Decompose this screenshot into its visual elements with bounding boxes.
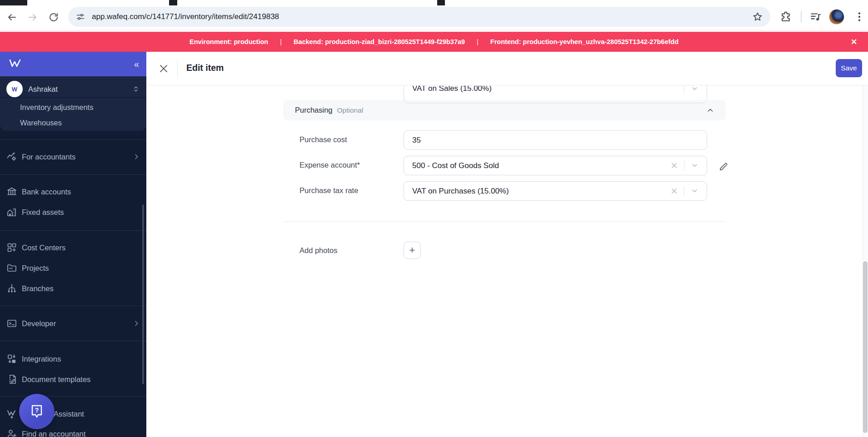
sidebar-item-document-templates[interactable]: Document templates (0, 369, 146, 389)
banner-backend-text: Backend: production-ziad_bizri-280525T14… (294, 38, 465, 45)
bank-icon (6, 186, 17, 197)
sidebar-item-label: Cost Centers (22, 243, 65, 252)
clear-icon[interactable] (670, 187, 678, 195)
sidebar-item-label: For accountants (22, 153, 75, 161)
site-settings-icon[interactable] (75, 12, 85, 22)
sidebar-item-projects[interactable]: Projects (0, 258, 146, 278)
control-separator (684, 86, 684, 94)
expense-account-value: 500 - Cost of Goods Sold (412, 161, 499, 170)
sidebar-divider (0, 396, 146, 397)
tab-strip-fragment (437, 0, 445, 5)
sidebar-item-label: Developer (22, 319, 56, 328)
purchase-cost-label: Purchase cost (299, 135, 347, 144)
banner-environment-text: Environment: production (190, 38, 268, 45)
sidebar-item-cost-centers[interactable]: Cost Centers (0, 238, 146, 258)
user-name: Ashrakat (28, 85, 58, 94)
banner-frontend-text: Frontend: production-yevhen_uzhva-280525… (490, 38, 678, 45)
edit-item-panel: VAT on Sales (15.00%) Edit item Save Pur… (146, 52, 868, 437)
account-switch-chevrons-icon[interactable] (132, 85, 140, 93)
purchase-cost-input[interactable]: 35 (404, 130, 707, 150)
toolbar-divider (0, 30, 868, 30)
document-pencil-icon (6, 374, 17, 385)
sidebar-scrollbar[interactable] (142, 204, 144, 384)
app-window: app.wafeq.com/c/141771/inventory/items/e… (0, 0, 868, 437)
sidebar-item-find-an-accountant[interactable]: Find an accountant (0, 424, 146, 437)
tab-strip-fragment (0, 0, 27, 5)
page-scrollbar-track (863, 52, 868, 437)
sidebar-divider (0, 139, 146, 140)
sidebar-item-label: Fixed assets (22, 208, 64, 217)
chart-gear-icon (6, 151, 17, 162)
integrations-swap-icon (6, 353, 17, 364)
sales-tax-rate-select[interactable]: VAT on Sales (15.00%) (404, 86, 707, 103)
sidebar-item-bank-accounts[interactable]: Bank accounts (0, 182, 146, 202)
sidebar-item-branches[interactable]: Branches (0, 278, 146, 298)
control-separator (684, 161, 684, 171)
sidebar-item-label: Integrations (22, 355, 61, 363)
chevron-down-icon[interactable] (690, 162, 698, 170)
sales-tax-rate-value: VAT on Sales (15.00%) (412, 86, 492, 93)
assistant-floating-button[interactable]: ? (19, 394, 55, 429)
purchase-tax-rate-select[interactable]: VAT on Purchases (15.00%) (404, 181, 707, 201)
address-bar[interactable]: app.wafeq.com/c/141771/inventory/items/e… (68, 7, 770, 27)
chevron-right-icon (133, 153, 140, 160)
back-icon[interactable] (6, 12, 17, 23)
bookmark-star-icon[interactable] (752, 11, 763, 22)
save-button[interactable]: Save (836, 59, 862, 77)
sidebar-item-developer[interactable]: Developer (0, 313, 146, 333)
sidebar-item-label: Assistant (54, 410, 84, 418)
page-scrollbar-thumb[interactable] (863, 261, 868, 433)
account-switcher[interactable]: W Ashrakat (0, 79, 146, 99)
grid-plus-icon (6, 242, 17, 253)
sidebar-item-label: Projects (22, 264, 49, 273)
environment-banner: Environment: production | Backend: produ… (0, 32, 868, 52)
clear-icon[interactable] (670, 162, 678, 170)
chevron-right-icon (133, 320, 140, 327)
header-divider (177, 60, 178, 77)
reload-icon[interactable] (48, 12, 59, 23)
chevron-down-icon[interactable] (690, 86, 698, 93)
building-icon (6, 207, 17, 218)
banner-separator: | (477, 38, 479, 45)
account-panel: W Ashrakat Inventory adjustments Warehou… (0, 76, 146, 131)
browser-menu-icon[interactable] (853, 11, 865, 23)
sidebar-collapse-icon[interactable]: « (134, 59, 138, 70)
sidebar-divider (0, 341, 146, 341)
sidebar-item-label: Branches (22, 284, 54, 293)
media-controls-icon[interactable] (810, 11, 822, 23)
sidebar-item-label: Find an accountant (22, 430, 85, 437)
sidebar-item-label: Bank accounts (22, 188, 71, 196)
browser-profile-avatar[interactable] (829, 9, 844, 25)
branch-tree-icon (6, 283, 17, 294)
chevron-down-icon[interactable] (690, 187, 698, 195)
person-plus-icon (6, 428, 17, 437)
clipped-field-window: VAT on Sales (15.00%) (404, 86, 707, 104)
sidebar-item-inventory-adjustments[interactable]: Inventory adjustments (0, 99, 146, 115)
purchase-tax-rate-label: Purchase tax rate (299, 186, 358, 195)
sidebar-item-label: Document templates (22, 375, 90, 384)
sidebar-item-for-accountants[interactable]: For accountants (0, 147, 146, 167)
chevron-up-icon[interactable] (707, 107, 714, 114)
close-icon[interactable] (158, 63, 169, 74)
forward-icon[interactable] (27, 12, 38, 23)
purchase-cost-value: 35 (412, 136, 421, 145)
edit-pencil-icon[interactable] (718, 162, 728, 172)
svg-text:?: ? (35, 407, 39, 414)
sidebar-item-fixed-assets[interactable]: Fixed assets (0, 202, 146, 222)
url-text[interactable]: app.wafeq.com/c/141771/inventory/items/e… (92, 12, 752, 21)
tab-strip-fragment (169, 0, 177, 5)
sidebar-item-integrations[interactable]: Integrations (0, 349, 146, 369)
toolbar-separator (801, 11, 802, 23)
expense-account-label: Expense account* (299, 161, 360, 169)
sidebar-divider (0, 174, 146, 175)
wafeq-logo (8, 58, 22, 70)
sidebar-item-warehouses[interactable]: Warehouses (0, 114, 146, 131)
expense-account-select[interactable]: 500 - Cost of Goods Sold (404, 156, 707, 175)
add-photo-button[interactable]: + (404, 242, 421, 259)
panel-divider (0, 97, 146, 98)
purchase-tax-rate-value: VAT on Purchases (15.00%) (412, 187, 509, 196)
section-title: Purchasing (295, 106, 333, 114)
extensions-icon[interactable] (780, 11, 792, 23)
page-title: Edit item (186, 63, 224, 73)
banner-close-icon[interactable]: ✕ (848, 36, 860, 48)
